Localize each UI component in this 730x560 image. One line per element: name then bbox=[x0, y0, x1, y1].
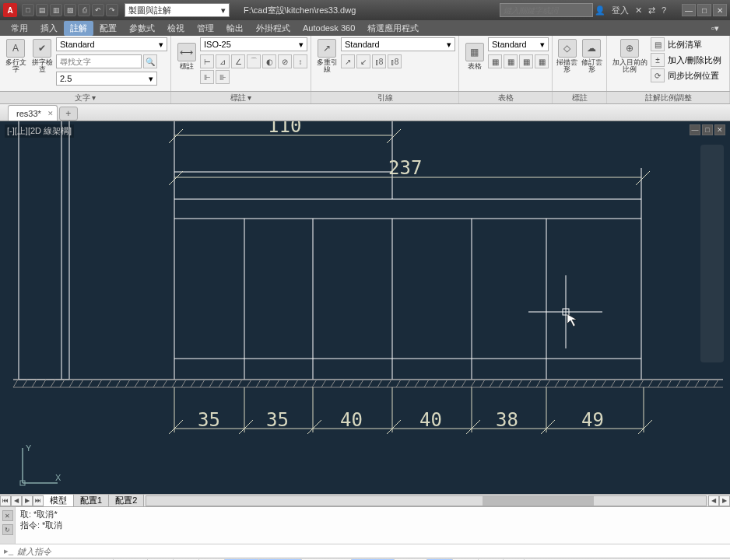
layout-tab-model[interactable]: 模型 bbox=[44, 495, 74, 506]
table-upload-icon[interactable]: ▦ bbox=[535, 54, 549, 68]
dim-237: 237 bbox=[388, 157, 422, 179]
dim-ordinate-icon[interactable]: ↕ bbox=[293, 54, 307, 68]
revcloud-button[interactable]: ☁ 修訂雲形 bbox=[581, 37, 604, 75]
command-area: ✕ ↻ 取: *取消* 指令: *取消 bbox=[0, 506, 730, 544]
panel-titles: 文字 ▾ 標註 ▾ 引線 表格 標註 註解比例調整 bbox=[0, 92, 730, 104]
dim-110: 110 bbox=[268, 121, 301, 137]
svg-text:Y: Y bbox=[26, 443, 32, 453]
table-link-icon[interactable]: ▦ bbox=[488, 54, 502, 68]
scroll-left-icon[interactable]: ◀ bbox=[708, 495, 719, 506]
leader-align-icon[interactable]: ⫿8 bbox=[372, 54, 386, 68]
dimension-button[interactable]: ⟷ 標註 bbox=[174, 37, 198, 75]
scalelist-icon[interactable]: ▤ bbox=[651, 37, 665, 51]
dim-baseline-icon[interactable]: ⊪ bbox=[216, 70, 230, 84]
exchange-icon[interactable]: ✕ bbox=[635, 5, 642, 16]
tab-output[interactable]: 輸出 bbox=[220, 21, 250, 36]
table-button[interactable]: ▦ 表格 bbox=[462, 37, 486, 75]
ucs-icon[interactable]: Y X bbox=[20, 443, 61, 485]
command-history[interactable]: 取: *取消* 指令: *取消 bbox=[16, 507, 730, 544]
minimize-button[interactable]: — bbox=[682, 4, 696, 16]
layout-next-icon[interactable]: ▶ bbox=[22, 495, 33, 506]
tab-parametric[interactable]: 參數式 bbox=[123, 21, 161, 36]
h-scrollbar[interactable] bbox=[146, 495, 707, 506]
cmd-recent-icon[interactable]: ↻ bbox=[2, 524, 13, 535]
qat-new-icon[interactable]: □ bbox=[22, 4, 34, 16]
help-icon[interactable]: ? bbox=[662, 5, 666, 15]
tab-insert[interactable]: 插入 bbox=[34, 21, 64, 36]
panel-title-table[interactable]: 表格 bbox=[459, 92, 553, 103]
ribbon-collapse-icon[interactable]: ▫▾ bbox=[705, 22, 725, 35]
qat-redo-icon[interactable]: ↷ bbox=[106, 4, 118, 16]
panel-title-text[interactable]: 文字 ▾ bbox=[0, 92, 171, 103]
wipeout-button[interactable]: ◇ 掃描雲形 bbox=[556, 37, 579, 75]
adddelete-icon[interactable]: ± bbox=[651, 53, 665, 67]
dim-linear-icon[interactable]: ⊢ bbox=[200, 54, 214, 68]
tab-a360[interactable]: Autodesk 360 bbox=[297, 22, 361, 34]
leader-add-icon[interactable]: ↗ bbox=[341, 54, 355, 68]
layout-first-icon[interactable]: ⏮ bbox=[0, 495, 11, 506]
tab-layout[interactable]: 配置 bbox=[93, 21, 123, 36]
findtext-go-icon[interactable]: 🔍 bbox=[143, 54, 157, 68]
close-button[interactable]: ✕ bbox=[713, 4, 727, 16]
maximize-button[interactable]: □ bbox=[697, 4, 711, 16]
workspace-dropdown[interactable]: 製圖與註解 ▾ bbox=[125, 3, 230, 17]
app-logo[interactable]: A bbox=[3, 3, 17, 17]
file-tab[interactable]: res33* ✕ bbox=[8, 105, 58, 121]
h-scrollbar-thumb[interactable] bbox=[483, 496, 595, 506]
tab-view[interactable]: 檢視 bbox=[161, 21, 191, 36]
mleader-button[interactable]: ↗ 多重引線 bbox=[314, 37, 339, 75]
signin-icon[interactable]: 👤 bbox=[595, 5, 605, 16]
tab-manage[interactable]: 管理 bbox=[191, 21, 220, 36]
qat-save-icon[interactable]: ▥ bbox=[50, 4, 62, 16]
crosshair-cursor bbox=[528, 275, 602, 348]
dim-radius-icon[interactable]: ◐ bbox=[262, 54, 276, 68]
tab-home[interactable]: 常用 bbox=[5, 21, 34, 36]
mleaderstyle-dropdown[interactable]: Standard ▾ bbox=[341, 37, 455, 51]
qat-undo-icon[interactable]: ↶ bbox=[92, 4, 104, 16]
table-extract-icon[interactable]: ▦ bbox=[504, 54, 518, 68]
tab-featured[interactable]: 精選應用程式 bbox=[361, 21, 425, 36]
qat-print-icon[interactable]: ⎙ bbox=[78, 4, 90, 16]
dim-continue-icon[interactable]: ⊩ bbox=[200, 70, 214, 84]
command-input[interactable] bbox=[17, 547, 727, 556]
tablestyle-dropdown[interactable]: Standard ▾ bbox=[488, 37, 549, 51]
tab-addins[interactable]: 外掛程式 bbox=[250, 21, 297, 36]
dim-aligned-icon[interactable]: ⊿ bbox=[216, 54, 230, 68]
panel-title-markup[interactable]: 標註 bbox=[553, 92, 607, 103]
panel-title-dim[interactable]: 標註 ▾ bbox=[171, 92, 311, 103]
spellcheck-button[interactable]: ✔ 拼字檢查 bbox=[30, 37, 54, 75]
drawing-canvas[interactable]: [-][上][2D 線架構] — □ ✕ bbox=[0, 121, 730, 494]
textheight-label: 2.5 bbox=[60, 74, 72, 83]
qat-saveas-icon[interactable]: ▧ bbox=[64, 4, 76, 16]
table-download-icon[interactable]: ▦ bbox=[519, 54, 533, 68]
findtext-input[interactable] bbox=[56, 54, 142, 68]
textstyle-dropdown[interactable]: Standard ▾ bbox=[56, 37, 167, 51]
dim-arc-icon[interactable]: ⌒ bbox=[247, 54, 261, 68]
textheight-dropdown[interactable]: 2.5 ▾ bbox=[56, 72, 157, 86]
layout-prev-icon[interactable]: ◀ bbox=[11, 495, 22, 506]
syncscale-icon[interactable]: ⟳ bbox=[651, 68, 665, 82]
panel-title-leader[interactable]: 引線 bbox=[311, 92, 459, 103]
scroll-right-icon[interactable]: ▶ bbox=[719, 495, 730, 506]
mtext-button[interactable]: A 多行文字 bbox=[3, 37, 28, 75]
cmd-prompt-icon[interactable]: ▸_ bbox=[3, 546, 14, 557]
stayconnected-icon[interactable]: ⇄ bbox=[648, 5, 655, 16]
cmd-close-icon[interactable]: ✕ bbox=[2, 510, 13, 521]
signin-label[interactable]: 登入 bbox=[612, 5, 629, 16]
layout-tab-layout1[interactable]: 配置1 bbox=[74, 495, 109, 506]
dim-angular-icon[interactable]: ∠ bbox=[231, 54, 245, 68]
leader-remove-icon[interactable]: ↙ bbox=[356, 54, 370, 68]
layout-last-icon[interactable]: ⏭ bbox=[33, 495, 44, 506]
close-icon[interactable]: ✕ bbox=[47, 110, 54, 117]
dimstyle-dropdown[interactable]: ISO-25 ▾ bbox=[200, 37, 307, 51]
new-tab-button[interactable]: + bbox=[59, 107, 78, 121]
qat-open-icon[interactable]: ▤ bbox=[36, 4, 48, 16]
dim-35b: 35 bbox=[266, 409, 289, 431]
leader-collect-icon[interactable]: ⫿8 bbox=[388, 54, 402, 68]
help-search-input[interactable] bbox=[500, 3, 593, 17]
tab-annotate[interactable]: 註解 bbox=[64, 21, 93, 36]
addscale-button[interactable]: ⊕ 加入目前的比例 bbox=[610, 37, 649, 75]
panel-title-annoscale[interactable]: 註解比例調整 bbox=[607, 92, 730, 103]
layout-tab-layout2[interactable]: 配置2 bbox=[109, 495, 144, 506]
dim-diameter-icon[interactable]: ⊘ bbox=[278, 54, 292, 68]
